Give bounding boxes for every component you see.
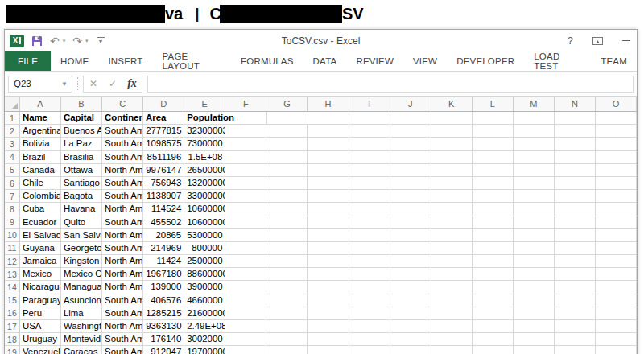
- cell-E5[interactable]: 26500000: [184, 164, 225, 177]
- cell-D13[interactable]: 1967180: [143, 268, 184, 281]
- cell-J13[interactable]: [390, 268, 431, 281]
- cell-N4[interactable]: [555, 151, 596, 164]
- cell-G18[interactable]: [266, 333, 308, 346]
- cell-M2[interactable]: [514, 125, 555, 138]
- cell-D18[interactable]: 176140: [143, 333, 184, 346]
- cell-B12[interactable]: Kingston: [61, 255, 102, 268]
- cell-G11[interactable]: [266, 242, 308, 255]
- cell-N6[interactable]: [555, 177, 596, 190]
- cell-B6[interactable]: Santiago: [61, 177, 102, 190]
- cell-N15[interactable]: [555, 294, 596, 307]
- cell-A16[interactable]: Peru: [20, 307, 61, 320]
- cell-L2[interactable]: [473, 125, 514, 138]
- column-header-E[interactable]: E: [184, 97, 225, 111]
- cell-M19[interactable]: [514, 346, 555, 354]
- cell-I8[interactable]: [349, 203, 390, 216]
- cell-C17[interactable]: North Am: [102, 320, 143, 333]
- cell-K15[interactable]: [431, 294, 473, 307]
- cell-G15[interactable]: [266, 294, 308, 307]
- column-header-J[interactable]: J: [390, 97, 431, 111]
- cell-J1[interactable]: [390, 112, 431, 125]
- column-header-H[interactable]: H: [308, 97, 349, 111]
- row-header-13[interactable]: 13: [5, 268, 20, 281]
- cell-C1[interactable]: Continent: [102, 112, 143, 125]
- cell-I15[interactable]: [349, 294, 390, 307]
- cell-L7[interactable]: [473, 190, 514, 203]
- cell-I13[interactable]: [349, 268, 390, 281]
- cell-G10[interactable]: [266, 229, 308, 242]
- cell-I14[interactable]: [349, 281, 390, 294]
- cell-A17[interactable]: USA: [20, 320, 61, 333]
- cell-N18[interactable]: [555, 333, 596, 346]
- cell-G14[interactable]: [266, 281, 308, 294]
- cell-O12[interactable]: [596, 255, 637, 268]
- cell-M5[interactable]: [514, 164, 555, 177]
- cell-G1[interactable]: [267, 112, 308, 125]
- cell-K11[interactable]: [431, 242, 473, 255]
- cell-G4[interactable]: [266, 151, 308, 164]
- cell-C13[interactable]: North Am: [102, 268, 143, 281]
- cell-D6[interactable]: 756943: [143, 177, 184, 190]
- tab-file[interactable]: FILE: [5, 51, 51, 71]
- cell-C7[interactable]: South Am: [102, 190, 143, 203]
- cell-B11[interactable]: Georgetow: [61, 242, 102, 255]
- row-header-7[interactable]: 7: [5, 190, 20, 203]
- cell-H13[interactable]: [308, 268, 349, 281]
- cell-J4[interactable]: [390, 151, 431, 164]
- cell-I6[interactable]: [349, 177, 390, 190]
- cell-B19[interactable]: Caracas: [61, 346, 102, 354]
- tab-page-layout[interactable]: PAGE LAYOUT: [153, 51, 232, 71]
- row-header-1[interactable]: 1: [5, 112, 20, 125]
- redo-dropdown-icon[interactable]: ▾: [85, 38, 89, 44]
- cell-I4[interactable]: [349, 151, 390, 164]
- cell-E16[interactable]: 21600000: [184, 307, 225, 320]
- cell-A2[interactable]: Argentina: [20, 125, 61, 138]
- cell-K10[interactable]: [431, 229, 473, 242]
- cell-J3[interactable]: [390, 138, 431, 150]
- cell-G6[interactable]: [266, 177, 308, 190]
- cell-G19[interactable]: [266, 346, 308, 354]
- cell-J10[interactable]: [390, 229, 431, 242]
- cell-E14[interactable]: 3900000: [184, 281, 225, 294]
- cell-L15[interactable]: [473, 294, 514, 307]
- row-header-3[interactable]: 3: [5, 138, 20, 150]
- column-header-I[interactable]: I: [349, 97, 390, 111]
- cell-E15[interactable]: 4660000: [184, 294, 225, 307]
- cell-B7[interactable]: Bagota: [61, 190, 102, 203]
- cell-K8[interactable]: [431, 203, 473, 216]
- cell-H2[interactable]: [308, 125, 349, 138]
- cell-E11[interactable]: 800000: [184, 242, 225, 255]
- cell-M1[interactable]: [514, 112, 555, 125]
- row-header-11[interactable]: 11: [5, 242, 20, 255]
- column-header-A[interactable]: A: [20, 97, 61, 111]
- cell-A1[interactable]: Name: [20, 112, 61, 125]
- cell-N19[interactable]: [555, 346, 596, 354]
- cell-M3[interactable]: [514, 138, 555, 150]
- select-all-button[interactable]: [5, 97, 20, 111]
- cell-D19[interactable]: 912047: [143, 346, 184, 354]
- cell-L14[interactable]: [473, 281, 514, 294]
- cell-N5[interactable]: [555, 164, 596, 177]
- cell-M9[interactable]: [514, 216, 555, 229]
- cell-A5[interactable]: Canada: [20, 164, 61, 177]
- cell-C14[interactable]: North Am: [102, 281, 143, 294]
- cell-J7[interactable]: [390, 190, 431, 203]
- cell-D8[interactable]: 114524: [143, 203, 184, 216]
- cell-H14[interactable]: [308, 281, 349, 294]
- tab-home[interactable]: HOME: [51, 51, 98, 71]
- cell-J8[interactable]: [390, 203, 431, 216]
- cell-C16[interactable]: South Am: [102, 307, 143, 320]
- cell-B10[interactable]: San Salvad: [61, 229, 102, 242]
- cell-N8[interactable]: [555, 203, 596, 216]
- excel-logo-icon[interactable]: X: [10, 35, 24, 47]
- cell-D12[interactable]: 11424: [143, 255, 184, 268]
- cell-K9[interactable]: [431, 216, 473, 229]
- cell-J2[interactable]: [390, 125, 431, 138]
- cell-H11[interactable]: [308, 242, 349, 255]
- cell-I1[interactable]: [349, 112, 390, 125]
- cell-M13[interactable]: [514, 268, 555, 281]
- column-header-C[interactable]: C: [102, 97, 143, 111]
- save-button[interactable]: [31, 35, 43, 47]
- cell-O3[interactable]: [596, 138, 637, 150]
- cell-F19[interactable]: [225, 346, 266, 354]
